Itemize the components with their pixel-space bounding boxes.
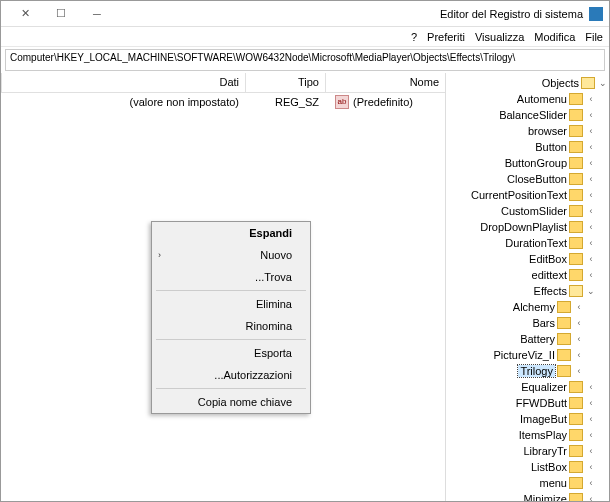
tree-node[interactable]: ›ListBox (446, 459, 609, 475)
context-menu-item[interactable]: Autorizzazioni... (152, 364, 310, 386)
expand-icon[interactable]: › (573, 318, 585, 328)
folder-icon (569, 221, 583, 233)
expand-icon[interactable]: › (585, 238, 597, 248)
folder-icon (569, 285, 583, 297)
folder-icon (569, 173, 583, 185)
tree-label: CloseButton (507, 173, 567, 185)
context-menu-item[interactable]: Nuovo‹ (152, 244, 310, 266)
menu-help[interactable]: ? (411, 31, 417, 43)
tree-node[interactable]: ›LibraryTr (446, 443, 609, 459)
expand-icon[interactable]: › (573, 350, 585, 360)
tree-node[interactable]: ›DurationText (446, 235, 609, 251)
expand-icon[interactable]: › (585, 110, 597, 120)
tree-node[interactable]: ›ButtonGroup (446, 155, 609, 171)
expand-icon[interactable]: › (585, 174, 597, 184)
tree-label: ListBox (531, 461, 567, 473)
tree-node[interactable]: ›PictureViz_II (446, 347, 609, 363)
expand-icon[interactable]: › (585, 222, 597, 232)
menu-favorites[interactable]: Preferiti (427, 31, 465, 43)
collapse-icon[interactable]: ⌄ (585, 286, 597, 296)
tree-node[interactable]: ›Alchemy (446, 299, 609, 315)
expand-icon[interactable]: › (585, 398, 597, 408)
tree-pane[interactable]: ⌄Objects›Automenu›BalanceSlider›browser›… (445, 73, 609, 501)
tree-node[interactable]: ›Automenu (446, 91, 609, 107)
folder-icon (569, 493, 583, 501)
tree-label: Objects (542, 77, 579, 89)
tree-node[interactable]: ›Minimize (446, 491, 609, 501)
tree-node[interactable]: ›edittext (446, 267, 609, 283)
tree-label: CurrentPositionText (471, 189, 567, 201)
tree-label: Battery (520, 333, 555, 345)
folder-icon (569, 269, 583, 281)
expand-icon[interactable]: › (585, 446, 597, 456)
menu-view[interactable]: Visualizza (475, 31, 524, 43)
expand-icon[interactable]: › (585, 478, 597, 488)
expand-icon[interactable]: › (585, 254, 597, 264)
tree-node[interactable]: ⌄Effects (446, 283, 609, 299)
folder-icon (569, 445, 583, 457)
tree-label: menu (539, 477, 567, 489)
tree-node[interactable]: ›CloseButton (446, 171, 609, 187)
expand-icon[interactable]: › (585, 158, 597, 168)
context-menu-item[interactable]: Rinomina (152, 315, 310, 337)
tree-label: PictureViz_II (493, 349, 555, 361)
context-menu-item[interactable]: Copia nome chiave (152, 391, 310, 413)
context-menu-item[interactable]: Trova... (152, 266, 310, 288)
tree-node[interactable]: ⌄Objects (446, 75, 609, 91)
tree-node[interactable]: ›CurrentPositionText (446, 187, 609, 203)
tree-node[interactable]: ›Button (446, 139, 609, 155)
tree-node[interactable]: ›ItemsPlay (446, 427, 609, 443)
tree-node[interactable]: ›BalanceSlider (446, 107, 609, 123)
tree-node[interactable]: ›ImageBut (446, 411, 609, 427)
tree-label: Minimize (524, 493, 567, 501)
expand-icon[interactable]: › (585, 206, 597, 216)
tree-label: browser (528, 125, 567, 137)
tree-node[interactable]: ›EditBox (446, 251, 609, 267)
minimize-button[interactable]: ─ (79, 3, 115, 25)
context-menu-item[interactable]: Espandi (152, 222, 310, 244)
expand-icon[interactable]: › (585, 382, 597, 392)
menu-file[interactable]: File (585, 31, 603, 43)
maximize-button[interactable]: ☐ (43, 3, 79, 25)
expand-icon[interactable]: › (585, 430, 597, 440)
folder-icon (557, 301, 571, 313)
tree-node[interactable]: ›Trilogy (446, 363, 609, 379)
tree-node[interactable]: ›Battery (446, 331, 609, 347)
tree-label: Automenu (517, 93, 567, 105)
folder-icon (569, 381, 583, 393)
collapse-icon[interactable]: ⌄ (597, 78, 609, 88)
menu-edit[interactable]: Modifica (534, 31, 575, 43)
expand-icon[interactable]: › (573, 366, 585, 376)
tree-node[interactable]: ›CustomSlider (446, 203, 609, 219)
submenu-arrow-icon: ‹ (158, 250, 161, 260)
value-type: REG_SZ (245, 96, 325, 108)
expand-icon[interactable]: › (585, 190, 597, 200)
expand-icon[interactable]: › (585, 126, 597, 136)
tree-label: Trilogy (518, 365, 555, 377)
value-row[interactable]: (Predefinito) ab REG_SZ (valore non impo… (1, 93, 445, 111)
tree-node[interactable]: ›DropDownPlaylist (446, 219, 609, 235)
address-bar[interactable]: Computer\HKEY_LOCAL_MACHINE\SOFTWARE\WOW… (5, 49, 605, 71)
expand-icon[interactable]: › (585, 414, 597, 424)
tree-node[interactable]: ›FFWDButt (446, 395, 609, 411)
expand-icon[interactable]: › (585, 494, 597, 501)
folder-icon (557, 333, 571, 345)
tree-node[interactable]: ›menu (446, 475, 609, 491)
tree-node[interactable]: ›browser (446, 123, 609, 139)
expand-icon[interactable]: › (585, 270, 597, 280)
title-bar: Editor del Registro di sistema ─ ☐ ✕ (1, 1, 609, 27)
col-name[interactable]: Nome (325, 73, 445, 92)
expand-icon[interactable]: › (573, 334, 585, 344)
value-name: (Predefinito) (353, 96, 413, 108)
close-button[interactable]: ✕ (7, 3, 43, 25)
context-menu-item[interactable]: Elimina (152, 293, 310, 315)
context-menu-item[interactable]: Esporta (152, 342, 310, 364)
expand-icon[interactable]: › (573, 302, 585, 312)
col-data[interactable]: Dati (1, 73, 245, 92)
tree-node[interactable]: ›Equalizer (446, 379, 609, 395)
expand-icon[interactable]: › (585, 94, 597, 104)
expand-icon[interactable]: › (585, 462, 597, 472)
expand-icon[interactable]: › (585, 142, 597, 152)
tree-node[interactable]: ›Bars (446, 315, 609, 331)
col-type[interactable]: Tipo (245, 73, 325, 92)
